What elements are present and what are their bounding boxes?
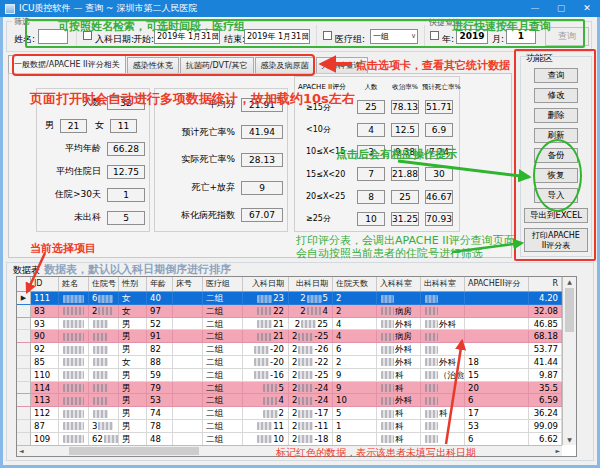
scroll-right-icon[interactable]: ► <box>555 446 560 456</box>
stat-value: 41.94 <box>241 125 283 139</box>
column-header[interactable]: 年龄 <box>147 277 173 291</box>
stat-row: 住院>30天1 <box>41 188 145 202</box>
table-cell: 二组 <box>203 433 243 446</box>
redacted-data <box>254 371 269 379</box>
table-cell: 18 <box>465 356 529 369</box>
redacted-data <box>93 397 108 405</box>
column-header[interactable]: R <box>529 277 562 291</box>
table-row[interactable]: 92男82二组-202-266外科53.77 <box>17 343 563 356</box>
row-selector[interactable] <box>17 318 31 331</box>
table-cell: 女 <box>119 305 147 318</box>
redacted-data <box>381 435 394 443</box>
table-cell <box>59 394 89 407</box>
stat-label: 平均住院日 <box>56 165 101 178</box>
column-header[interactable]: 医疗组 <box>203 277 243 291</box>
table-cell: 85 <box>31 356 59 369</box>
table-row[interactable]: 10962男48二组102-188科66.62 <box>17 433 563 446</box>
scroll-up-icon[interactable]: ▲ <box>563 277 576 287</box>
column-header[interactable]: 住院天数 <box>333 277 377 291</box>
column-header[interactable]: 出科日期 <box>289 277 333 291</box>
table-row[interactable]: 110男59二组-162-259科（治愈）159.87 <box>17 369 563 382</box>
row-selector[interactable] <box>17 420 31 433</box>
table-cell <box>465 330 529 343</box>
table-row[interactable]: 93男52二组212254外科外科46.85 <box>17 318 563 331</box>
column-header[interactable]: ID <box>31 277 59 291</box>
scroll-down-icon[interactable]: ▼ <box>563 435 576 445</box>
column-header[interactable]: 住院号 <box>89 277 119 291</box>
table-cell: 23 <box>243 292 289 305</box>
row-selector[interactable] <box>17 382 31 395</box>
row-selector[interactable] <box>17 330 31 343</box>
redacted-data <box>425 346 438 354</box>
stat-label: 女 <box>95 119 104 132</box>
redacted-data <box>63 346 84 354</box>
redacted-data <box>63 333 84 341</box>
redacted-data <box>93 320 108 328</box>
column-header[interactable]: 出科科室 <box>421 277 465 291</box>
apache-row-label: <10分 <box>298 124 354 135</box>
column-header[interactable]: 姓名 <box>59 277 89 291</box>
table-cell <box>173 382 203 395</box>
stat-value: 67.07 <box>241 208 283 222</box>
table-row[interactable]: ▶1116女40二组232524.20 <box>17 292 563 305</box>
column-header[interactable]: 入科科室 <box>377 277 421 291</box>
loading-annotation: 页面打开时会自动进行多项数据统计，故加载约10s左右 <box>30 90 355 108</box>
stat-value: 5 <box>107 211 145 225</box>
table-cell: 111 <box>31 292 59 305</box>
table-cell <box>59 420 89 433</box>
table-cell: 男 <box>119 330 147 343</box>
table-cell: 97 <box>147 305 173 318</box>
table-cell: 科 <box>377 420 421 433</box>
apache-value: 6.9 <box>425 123 453 137</box>
row-selector[interactable] <box>17 394 31 407</box>
minimize-button-icon[interactable]: — <box>522 0 548 17</box>
maximize-button-icon[interactable]: ▢ <box>548 0 574 17</box>
row-selector[interactable] <box>17 343 31 356</box>
redacted-data <box>298 397 313 405</box>
table-cell: 男 <box>119 318 147 331</box>
redacted-data <box>93 346 108 354</box>
table-cell: 外科 <box>377 394 421 407</box>
column-header[interactable]: 入科日期 <box>243 277 289 291</box>
table-row[interactable]: 832女97二组22242病房32.08 <box>17 305 563 318</box>
row-selector[interactable] <box>17 407 31 420</box>
row-selector[interactable] <box>17 369 31 382</box>
row-selector[interactable] <box>17 305 31 318</box>
table-row[interactable]: 873男78二组112-111科5399.09 <box>17 420 563 433</box>
table-cell: 78 <box>147 420 173 433</box>
table-cell <box>89 318 119 331</box>
table-row[interactable]: 112男74二组22-175科科1736.24 <box>17 407 563 420</box>
table-cell: 二组 <box>203 369 243 382</box>
vertical-scroll-thumb[interactable] <box>565 288 574 332</box>
table-cell: 2-24 <box>289 394 333 407</box>
column-header[interactable]: 床号 <box>173 277 203 291</box>
row-selector[interactable]: ▶ <box>17 292 31 305</box>
table-cell: 41.44 <box>529 356 562 369</box>
row-selector[interactable] <box>17 433 31 446</box>
table-row[interactable]: 85女88二组-202-222外科外科1841.44 <box>17 356 563 369</box>
table-cell: 82 <box>147 343 173 356</box>
horizontal-scroll-thumb[interactable] <box>69 447 199 455</box>
table-cell <box>421 420 465 433</box>
table-cell: 68.18 <box>529 330 562 343</box>
table-row[interactable]: 114男79二组52-249科2035.5 <box>17 382 563 395</box>
table-cell <box>89 330 119 343</box>
column-header[interactable]: APACHEII评分 <box>465 277 529 291</box>
vertical-scrollbar[interactable]: ▲ ▼ <box>562 277 576 445</box>
table-row[interactable]: 113男53二组42-2410外科66.59 <box>17 394 563 407</box>
table-cell: 17 <box>465 407 529 420</box>
table-cell: 5 <box>243 382 289 395</box>
scroll-left-icon[interactable]: ◄ <box>19 446 24 456</box>
redacted-data <box>425 333 438 341</box>
redacted-data <box>93 371 108 379</box>
redacted-data <box>298 333 313 341</box>
column-header[interactable]: 性别 <box>119 277 147 291</box>
table-cell <box>421 292 465 305</box>
row-selector[interactable] <box>17 356 31 369</box>
table-cell <box>465 318 529 331</box>
redacted-data <box>263 410 278 418</box>
close-button-icon[interactable]: ✕ <box>574 0 600 17</box>
table-cell: （治愈） <box>421 369 465 382</box>
table-row[interactable]: 90男91二组212-254病房68.18 <box>17 330 563 343</box>
table-cell: 外科 <box>377 343 421 356</box>
